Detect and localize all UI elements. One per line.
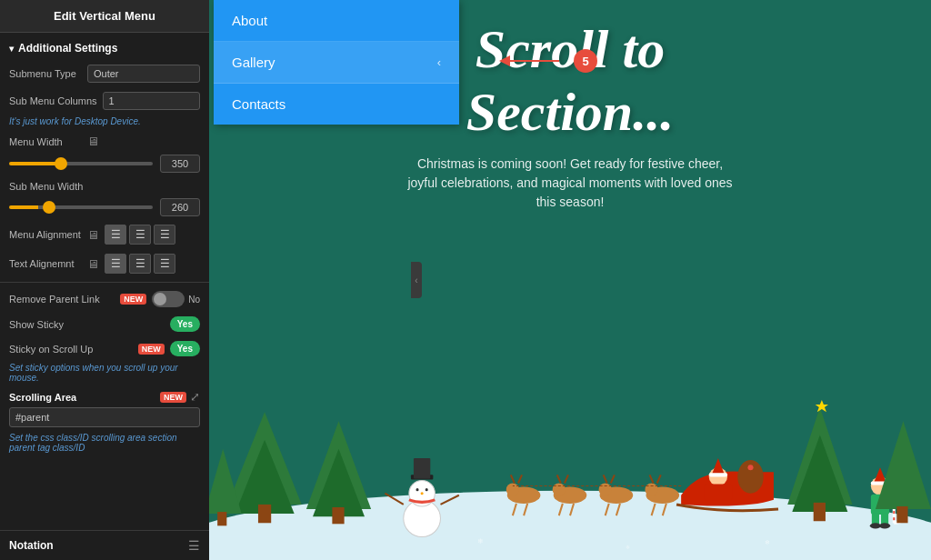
new-badge-remove-parent: NEW: [120, 294, 146, 305]
desktop-hint: It's just work for Desktop Device.: [0, 115, 209, 130]
title-line2: Section...: [466, 82, 674, 142]
svg-text:❄: ❄: [477, 537, 484, 545]
svg-rect-3: [209, 537, 931, 560]
svg-rect-47: [705, 485, 733, 501]
svg-line-35: [604, 475, 607, 483]
menu-width-row: Menu Width 🖥: [0, 130, 209, 153]
svg-point-40: [645, 484, 657, 496]
section-label: Additional Settings: [18, 42, 117, 55]
sub-menu-width-label: Sub Menu Width: [9, 181, 83, 192]
toggle-no-text: No: [188, 295, 200, 305]
svg-point-51: [747, 465, 753, 470]
svg-rect-49: [709, 473, 727, 476]
panel-title: Edit Vertical Menu: [54, 9, 155, 23]
svg-rect-11: [332, 507, 344, 524]
svg-point-18: [421, 492, 424, 495]
show-sticky-label: Show Sticky: [9, 319, 165, 330]
text-align-right-btn[interactable]: ☰: [154, 254, 175, 274]
svg-rect-69: [896, 506, 907, 523]
show-sticky-toggle[interactable]: Yes: [170, 316, 200, 332]
sub-menu-width-slider[interactable]: [9, 205, 153, 209]
menu-item-contacts[interactable]: Contacts: [214, 84, 459, 125]
sticky-hint: Set sticky options when you scroll up yo…: [0, 361, 209, 386]
svg-line-23: [511, 475, 515, 483]
svg-marker-48: [712, 458, 725, 475]
svg-point-28: [553, 484, 566, 496]
text-align-center-btn[interactable]: ☰: [129, 254, 151, 274]
remove-parent-link-row: Remove Parent Link NEW No: [0, 286, 209, 312]
svg-point-16: [416, 488, 419, 491]
scrolling-area-input-row: [0, 405, 209, 431]
menu-item-contacts-label: Contacts: [232, 96, 285, 112]
sticky-scroll-label: Sticky on Scroll Up: [9, 344, 133, 355]
scrolling-area-input[interactable]: [9, 407, 200, 427]
sticky-scroll-toggle[interactable]: Yes: [170, 341, 200, 356]
submenu-type-label: Submenu Type: [9, 68, 82, 79]
svg-marker-7: [209, 449, 242, 514]
submenu-type-row: Submenu Type Outer: [0, 60, 209, 87]
svg-line-36: [611, 475, 615, 483]
svg-point-34: [599, 484, 612, 496]
gallery-chevron-icon: ‹: [437, 55, 441, 69]
svg-marker-55: [816, 400, 828, 412]
svg-line-42: [657, 475, 661, 483]
dropdown-menu: About Gallery ‹ Contacts: [214, 0, 459, 125]
sticky-scroll-row: Sticky on Scroll Up NEW Yes: [0, 336, 209, 361]
submenu-columns-label: Sub Menu Columns: [9, 95, 97, 106]
menu-item-about[interactable]: About: [214, 0, 459, 42]
svg-line-30: [565, 475, 568, 483]
remove-parent-toggle[interactable]: No: [152, 291, 200, 307]
collapse-handle[interactable]: ‹: [411, 262, 422, 298]
align-left-btn[interactable]: ☰: [105, 225, 126, 245]
svg-marker-68: [876, 421, 931, 509]
menu-width-label: Menu Width: [9, 136, 82, 147]
scrolling-area-hint: Set the css class/ID scrolling area sect…: [0, 431, 209, 456]
monitor-icon: 🖥: [87, 135, 99, 148]
menu-item-about-label: About: [232, 13, 267, 28]
notation-section[interactable]: Notation ☰: [0, 530, 209, 560]
scrolling-area-label: Scrolling Area: [9, 392, 156, 403]
text-alignment-row: Text Alignemnt 🖥 ☰ ☰ ☰: [0, 249, 209, 278]
svg-point-22: [506, 484, 519, 496]
menu-alignment-label: Menu Alignment: [9, 229, 82, 240]
svg-rect-8: [217, 512, 226, 525]
text-align-monitor-icon: 🖥: [87, 257, 99, 271]
text-alignment-group: ☰ ☰ ☰: [105, 254, 175, 274]
svg-text:❄: ❄: [626, 544, 630, 550]
menu-item-gallery[interactable]: Gallery ‹: [214, 42, 459, 84]
menu-width-slider[interactable]: [9, 162, 153, 165]
notation-label: Notation: [9, 539, 188, 552]
submenu-type-select[interactable]: Outer: [87, 65, 200, 83]
svg-point-17: [425, 488, 428, 491]
move-icon[interactable]: ⤢: [190, 390, 200, 404]
toggle-pill[interactable]: [152, 291, 185, 307]
section-arrow: ▾: [9, 44, 14, 54]
align-center-btn[interactable]: ☰: [129, 225, 151, 245]
scroll-subtitle: Christmas is coming soon! Get ready for …: [406, 155, 734, 212]
sub-menu-width-input[interactable]: [160, 198, 200, 216]
new-badge-sticky: NEW: [138, 344, 165, 355]
svg-rect-54: [814, 503, 826, 521]
badge-5: 5: [574, 49, 597, 73]
scroll-title: Scroll to Section...: [466, 18, 674, 144]
svg-rect-15: [414, 458, 430, 478]
scrolling-area-row: Scrolling Area NEW ⤢: [0, 386, 209, 405]
text-align-left-btn[interactable]: ☰: [105, 254, 126, 274]
submenu-columns-row: Sub Menu Columns 1: [0, 87, 209, 115]
text-alignment-label: Text Alignemnt: [9, 258, 82, 269]
notation-icon: ☰: [188, 538, 200, 553]
svg-point-63: [879, 523, 890, 528]
new-badge-scrolling: NEW: [160, 392, 186, 403]
svg-line-24: [518, 475, 522, 483]
svg-rect-6: [258, 505, 271, 523]
menu-width-input[interactable]: [160, 155, 200, 173]
panel-header: Edit Vertical Menu: [0, 0, 209, 33]
menu-align-monitor-icon: 🖥: [87, 228, 99, 242]
submenu-columns-select[interactable]: 1: [103, 92, 200, 110]
menu-item-gallery-label: Gallery: [232, 55, 275, 70]
additional-settings-section[interactable]: ▾ Additional Settings: [0, 33, 209, 60]
right-panel: About Gallery ‹ Contacts 5 Scroll to Sec…: [209, 0, 931, 560]
svg-line-29: [557, 475, 561, 483]
align-right-btn[interactable]: ☰: [154, 225, 175, 245]
sub-menu-width-row: Sub Menu Width: [0, 176, 209, 196]
